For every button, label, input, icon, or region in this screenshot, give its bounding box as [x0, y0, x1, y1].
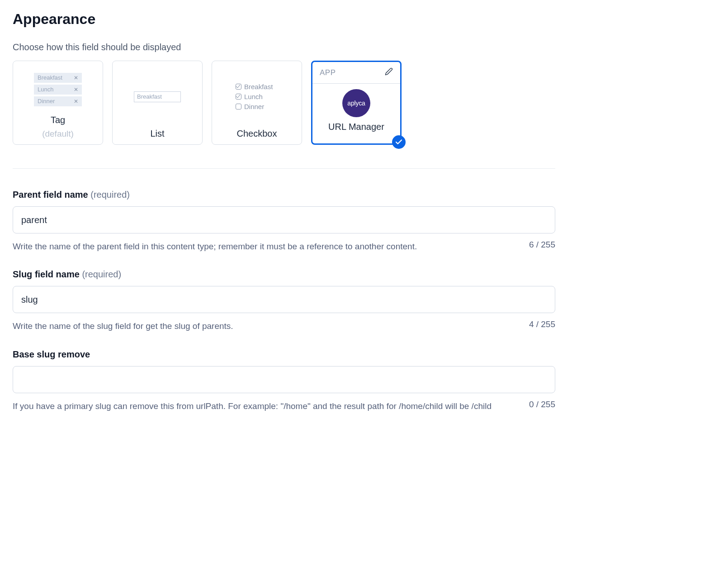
- field-required-suffix: (required): [82, 269, 121, 279]
- list-preview: Breakfast: [113, 61, 202, 127]
- selected-check-icon: [392, 135, 406, 149]
- app-header: APP: [312, 62, 400, 84]
- base-slug-input[interactable]: [13, 366, 555, 393]
- checkbox-icon: [236, 94, 241, 100]
- field-help: Write the name of the slug field for get…: [13, 319, 233, 333]
- tag-preview: Breakfast ✕ Lunch ✕ Dinner ✕: [13, 61, 103, 113]
- field-char-count: 6 / 255: [529, 240, 555, 250]
- parent-field-input[interactable]: [13, 206, 555, 233]
- field-label: Base slug remove: [13, 349, 555, 360]
- field-parent: Parent field name (required) Write the n…: [13, 190, 555, 253]
- option-label: URL Manager: [328, 122, 384, 138]
- page-title: Appearance: [13, 11, 555, 28]
- option-label: List: [150, 127, 164, 144]
- divider: [13, 168, 555, 169]
- tag-chip-label: Lunch: [38, 86, 53, 93]
- option-default-suffix: (default): [42, 129, 74, 144]
- close-icon: ✕: [74, 75, 78, 81]
- close-icon: ✕: [74, 98, 78, 105]
- checkbox-icon: [236, 84, 241, 90]
- field-char-count: 0 / 255: [529, 400, 555, 409]
- edit-icon[interactable]: [385, 67, 393, 78]
- field-required-suffix: (required): [90, 190, 130, 200]
- field-slug: Slug field name (required) Write the nam…: [13, 269, 555, 333]
- checkbox-preview: Breakfast Lunch Dinner: [212, 61, 302, 127]
- option-url-manager[interactable]: APP aplyca URL Manager: [311, 61, 402, 145]
- close-icon: ✕: [74, 86, 78, 93]
- checkbox-row: Dinner: [220, 102, 293, 112]
- tag-chip: Lunch ✕: [34, 85, 82, 95]
- option-checkbox[interactable]: Breakfast Lunch Dinner Checkbox: [212, 61, 302, 145]
- aplyca-logo: aplyca: [342, 89, 370, 117]
- checkbox-label: Breakfast: [244, 82, 273, 92]
- tag-chip: Breakfast ✕: [34, 73, 82, 83]
- appearance-subtitle: Choose how this field should be displaye…: [13, 42, 555, 52]
- option-label: Tag: [51, 113, 65, 131]
- field-label-text: Parent field name: [13, 190, 88, 200]
- field-help: If you have a primary slug can remove th…: [13, 400, 492, 413]
- option-list[interactable]: Breakfast List: [112, 61, 203, 145]
- field-label: Slug field name (required): [13, 269, 555, 280]
- field-label-text: Slug field name: [13, 269, 80, 279]
- checkbox-row: Lunch: [220, 92, 293, 102]
- list-selected-item: Breakfast: [137, 93, 162, 100]
- appearance-options: Breakfast ✕ Lunch ✕ Dinner ✕ Tag (defaul…: [13, 61, 555, 145]
- slug-field-input[interactable]: [13, 286, 555, 313]
- field-char-count: 4 / 255: [529, 319, 555, 329]
- field-label-text: Base slug remove: [13, 349, 90, 359]
- checkbox-label: Dinner: [244, 102, 264, 112]
- tag-chip-label: Breakfast: [38, 74, 62, 81]
- list-selectbox: Breakfast: [134, 91, 181, 102]
- checkbox-label: Lunch: [244, 92, 263, 102]
- app-body: aplyca URL Manager: [312, 84, 400, 143]
- app-badge: APP: [320, 68, 336, 77]
- field-base-slug: Base slug remove If you have a primary s…: [13, 349, 555, 413]
- tag-chip: Dinner ✕: [34, 96, 82, 106]
- option-label: Checkbox: [237, 127, 277, 144]
- checkbox-row: Breakfast: [220, 82, 293, 92]
- option-tag[interactable]: Breakfast ✕ Lunch ✕ Dinner ✕ Tag (defaul…: [13, 61, 103, 145]
- checkbox-icon: [236, 104, 241, 109]
- field-label: Parent field name (required): [13, 190, 555, 200]
- field-help: Write the name of the parent field in th…: [13, 240, 417, 253]
- tag-chip-label: Dinner: [38, 98, 55, 105]
